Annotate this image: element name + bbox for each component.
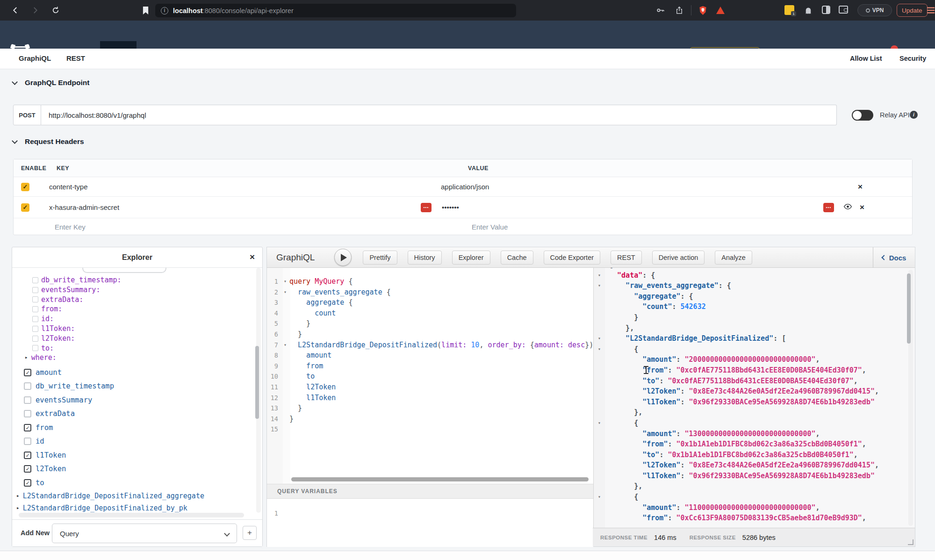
fold-icon[interactable]: [594, 386, 605, 397]
site-info-icon[interactable]: i: [161, 7, 168, 14]
fold-icon[interactable]: ▾: [281, 287, 289, 298]
fold-icon[interactable]: [281, 414, 289, 424]
add-new-select[interactable]: Query: [52, 524, 237, 543]
fold-icon[interactable]: [594, 302, 605, 312]
checkbox-icon[interactable]: [24, 382, 31, 390]
fold-icon[interactable]: [281, 308, 289, 319]
response-scrollbar[interactable]: [908, 270, 913, 526]
explorer-arg[interactable]: from:: [12, 304, 253, 314]
checkbox-checked-icon[interactable]: ✓: [24, 452, 31, 459]
warning-triangle-icon[interactable]: [714, 4, 726, 16]
explorer-arg[interactable]: id:: [12, 314, 253, 324]
code-exporter-button[interactable]: Code Exporter: [544, 251, 601, 265]
fold-icon[interactable]: ▾: [594, 492, 605, 503]
fold-icon[interactable]: [281, 318, 289, 329]
checkbox-icon[interactable]: [24, 438, 31, 445]
checkbox-icon[interactable]: [32, 326, 38, 332]
checkbox-icon[interactable]: [32, 316, 38, 322]
explorer-arg[interactable]: to:: [12, 344, 253, 353]
checkbox-checked-icon[interactable]: ✓: [24, 424, 31, 431]
endpoint-section-header[interactable]: GraphQL Endpoint: [13, 79, 89, 87]
explorer-arg[interactable]: l1Token:: [12, 324, 253, 334]
docs-button[interactable]: Docs: [873, 247, 915, 268]
explorer-arg[interactable]: eventsSummary:: [12, 285, 253, 295]
explorer-arg[interactable]: db_write_timestamp:: [12, 275, 253, 285]
fold-icon[interactable]: [281, 297, 289, 308]
fold-icon[interactable]: [594, 291, 605, 302]
checkbox-icon[interactable]: [32, 306, 38, 312]
fold-icon[interactable]: [594, 503, 605, 513]
enable-checkbox[interactable]: ✓: [21, 203, 29, 212]
fold-icon[interactable]: [594, 429, 605, 439]
fold-icon[interactable]: ▾: [594, 418, 605, 429]
checkbox-checked-icon[interactable]: ✓: [24, 465, 31, 473]
endpoint-url-input[interactable]: http://localhost:8080/v1/graphql: [41, 105, 837, 125]
explorer-field[interactable]: ✓from: [12, 421, 253, 435]
enable-checkbox[interactable]: ✓: [21, 183, 29, 191]
explorer-field[interactable]: ✓l1Token: [12, 448, 253, 462]
tab-rest[interactable]: REST: [66, 54, 85, 62]
checkbox-icon[interactable]: [32, 277, 38, 283]
fold-icon[interactable]: [594, 481, 605, 492]
extension-wallet-icon[interactable]: [839, 6, 848, 14]
resize-handle[interactable]: [908, 539, 913, 545]
remove-header-icon[interactable]: ×: [860, 203, 864, 212]
checkbox-icon[interactable]: [32, 336, 38, 342]
fold-icon[interactable]: [281, 382, 289, 393]
execute-query-button[interactable]: [334, 249, 352, 266]
checkbox-checked-icon[interactable]: ✓: [24, 479, 31, 487]
reload-icon[interactable]: [50, 4, 62, 16]
extension-ghost-icon[interactable]: [802, 4, 814, 16]
fold-icon[interactable]: ▾: [594, 280, 605, 291]
explorer-field[interactable]: ✓to: [12, 476, 253, 490]
fold-icon[interactable]: [594, 397, 605, 408]
explorer-field[interactable]: ✓l2Token: [12, 462, 253, 476]
fold-icon[interactable]: ▾: [594, 333, 605, 344]
fold-icon[interactable]: [594, 513, 605, 524]
analyze-button[interactable]: Analyze: [715, 251, 752, 265]
relay-info-icon[interactable]: i: [910, 111, 918, 119]
fold-icon[interactable]: [594, 407, 605, 418]
checkbox-checked-icon[interactable]: ✓: [24, 369, 31, 376]
checkbox-icon[interactable]: [24, 410, 31, 417]
derive-action-button[interactable]: Derive action: [652, 251, 705, 265]
explorer-hscroll-track[interactable]: [19, 513, 244, 517]
query-editor[interactable]: 1▾query MyQuery {2▾ raw_events_aggregate…: [267, 268, 593, 484]
back-icon[interactable]: [9, 4, 22, 16]
fold-icon[interactable]: ▾: [594, 270, 605, 281]
fold-icon[interactable]: [594, 354, 605, 365]
fold-icon[interactable]: [594, 439, 605, 450]
fold-icon[interactable]: [281, 361, 289, 372]
explorer-root-field[interactable]: ▸L2StandardBridge_DepositFinalized_aggre…: [12, 490, 253, 502]
fold-icon[interactable]: ▾: [281, 276, 289, 287]
header-value-input[interactable]: application/json: [441, 183, 858, 191]
explorer-button[interactable]: Explorer: [452, 251, 490, 265]
fold-icon[interactable]: [594, 450, 605, 460]
forward-icon[interactable]: [29, 4, 41, 16]
fold-icon[interactable]: [594, 376, 605, 387]
fold-icon[interactable]: [281, 371, 289, 382]
fold-icon[interactable]: ▾: [594, 344, 605, 355]
query-variables-header[interactable]: QUERY VARIABLES: [267, 484, 593, 499]
checkbox-icon[interactable]: [24, 396, 31, 404]
update-button[interactable]: Update: [897, 4, 928, 17]
explorer-field[interactable]: eventsSummary: [12, 393, 253, 407]
fold-icon[interactable]: [281, 403, 289, 414]
bookmark-icon[interactable]: [139, 4, 151, 16]
explorer-field[interactable]: ✓amount: [12, 366, 253, 380]
fold-icon[interactable]: [281, 424, 289, 435]
cache-button[interactable]: Cache: [501, 251, 533, 265]
fold-icon[interactable]: [281, 329, 289, 340]
brave-shield-icon[interactable]: [697, 4, 709, 16]
menu-icon[interactable]: [925, 4, 935, 16]
new-value-input[interactable]: Enter Value: [472, 223, 508, 231]
add-new-button[interactable]: +: [243, 526, 257, 540]
explorer-where[interactable]: ▸where:: [12, 353, 253, 363]
url-bar[interactable]: i localhost:8080/console/api/api-explore…: [155, 4, 516, 17]
explorer-field[interactable]: db_write_timestamp: [12, 380, 253, 394]
header-value-input[interactable]: •••••••: [442, 203, 823, 211]
header-key-input[interactable]: x-hasura-admin-secret: [49, 203, 421, 211]
checkbox-icon[interactable]: [32, 287, 38, 293]
history-button[interactable]: History: [408, 251, 442, 265]
header-key-input[interactable]: content-type: [49, 183, 441, 191]
